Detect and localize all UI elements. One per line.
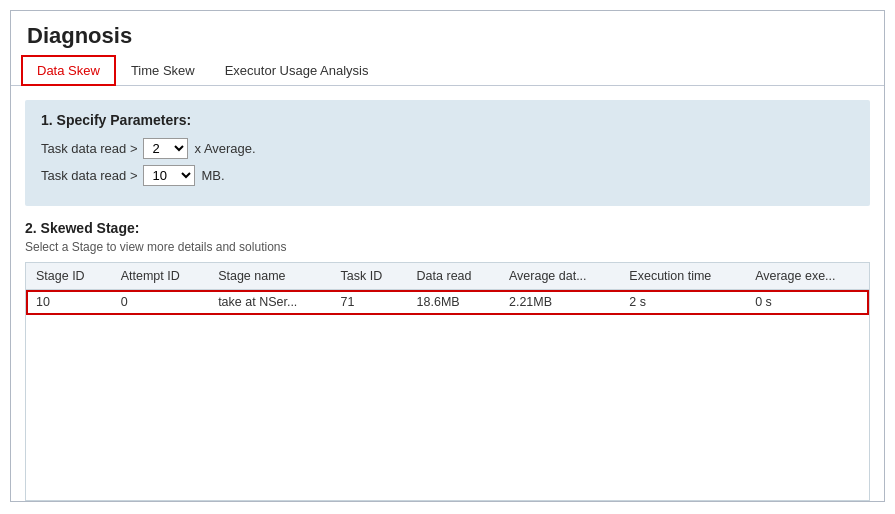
cell-stage-id: 10 (26, 290, 111, 315)
skewed-section-title: 2. Skewed Stage: (25, 220, 870, 236)
tabs-bar: Data Skew Time Skew Executor Usage Analy… (11, 55, 884, 86)
col-attempt-id: Attempt ID (111, 263, 208, 290)
skewed-table: Stage ID Attempt ID Stage name Task ID D… (26, 263, 869, 315)
cell-average-dat: 2.21MB (499, 290, 619, 315)
skewed-section: 2. Skewed Stage: Select a Stage to view … (25, 220, 870, 501)
param-2-select[interactable]: 5 10 20 50 100 (143, 165, 195, 186)
cell-execution-time: 2 s (619, 290, 745, 315)
param-1-prefix: Task data read > (41, 141, 137, 156)
params-section: 1. Specify Parameters: Task data read > … (25, 100, 870, 206)
col-average-dat: Average dat... (499, 263, 619, 290)
col-stage-name: Stage name (208, 263, 330, 290)
table-row[interactable]: 10 0 take at NSer... 71 18.6MB 2.21MB 2 … (26, 290, 869, 315)
tab-time-skew[interactable]: Time Skew (116, 56, 210, 85)
cell-data-read: 18.6MB (407, 290, 499, 315)
cell-average-exe: 0 s (745, 290, 869, 315)
tab-executor-usage[interactable]: Executor Usage Analysis (210, 56, 384, 85)
params-section-title: 1. Specify Parameters: (41, 112, 854, 128)
param-1-suffix: x Average. (194, 141, 255, 156)
param-2-prefix: Task data read > (41, 168, 137, 183)
skewed-table-wrapper[interactable]: Stage ID Attempt ID Stage name Task ID D… (25, 262, 870, 501)
skewed-section-hint: Select a Stage to view more details and … (25, 240, 870, 254)
table-header-row: Stage ID Attempt ID Stage name Task ID D… (26, 263, 869, 290)
col-average-exe: Average exe... (745, 263, 869, 290)
col-task-id: Task ID (331, 263, 407, 290)
param-1-select[interactable]: 1 2 3 5 10 (143, 138, 188, 159)
content-area: 1. Specify Parameters: Task data read > … (11, 86, 884, 501)
param-2-suffix: MB. (201, 168, 224, 183)
cell-stage-name: take at NSer... (208, 290, 330, 315)
page-title: Diagnosis (11, 11, 884, 55)
main-container: Diagnosis Data Skew Time Skew Executor U… (10, 10, 885, 502)
param-row-1: Task data read > 1 2 3 5 10 x Average. (41, 138, 854, 159)
col-execution-time: Execution time (619, 263, 745, 290)
param-row-2: Task data read > 5 10 20 50 100 MB. (41, 165, 854, 186)
cell-task-id: 71 (331, 290, 407, 315)
cell-attempt-id: 0 (111, 290, 208, 315)
col-data-read: Data read (407, 263, 499, 290)
col-stage-id: Stage ID (26, 263, 111, 290)
tab-data-skew[interactable]: Data Skew (21, 55, 116, 86)
